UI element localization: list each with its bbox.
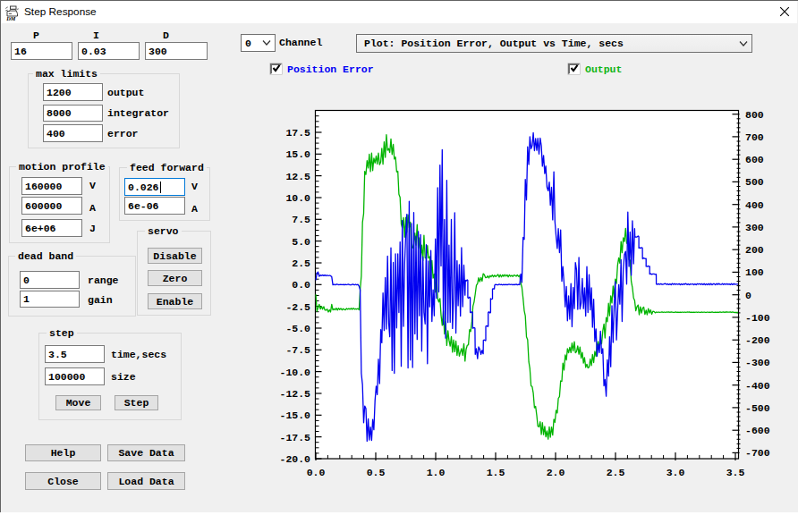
svg-text:-12.5: -12.5: [279, 388, 310, 400]
svg-text:15.0: 15.0: [285, 148, 310, 160]
svg-text:2.5: 2.5: [292, 258, 310, 269]
svg-text:-700: -700: [745, 447, 770, 459]
svg-text:-15.0: -15.0: [279, 410, 310, 421]
svg-text:-500: -500: [745, 402, 770, 414]
svg-text:-20.0: -20.0: [279, 453, 310, 465]
svg-text:10.0: 10.0: [285, 192, 310, 204]
svg-text:-300: -300: [745, 357, 770, 368]
svg-text:-400: -400: [745, 380, 770, 392]
svg-text:-2.5: -2.5: [285, 301, 310, 313]
svg-text:0: 0: [745, 290, 751, 301]
svg-text:2.0: 2.0: [547, 467, 565, 478]
svg-text:600: 600: [745, 154, 764, 165]
svg-text:400: 400: [745, 199, 764, 211]
svg-text:-10.0: -10.0: [279, 367, 310, 378]
svg-text:3.5: 3.5: [726, 467, 745, 478]
svg-text:0.0: 0.0: [307, 467, 326, 478]
svg-text:12.5: 12.5: [285, 171, 310, 182]
svg-text:800: 800: [745, 109, 764, 121]
svg-text:200: 200: [745, 244, 764, 256]
svg-text:-100: -100: [745, 312, 770, 324]
svg-text:1.0: 1.0: [427, 467, 446, 478]
svg-text:7.5: 7.5: [292, 214, 310, 225]
svg-text:0.0: 0.0: [292, 279, 310, 291]
svg-text:2.5: 2.5: [607, 467, 625, 478]
svg-text:5.0: 5.0: [292, 236, 310, 248]
svg-text:700: 700: [745, 131, 764, 143]
svg-text:1.5: 1.5: [487, 467, 505, 478]
svg-text:-7.5: -7.5: [285, 344, 310, 356]
svg-text:3.0: 3.0: [666, 467, 685, 478]
svg-text:17.5: 17.5: [285, 127, 310, 139]
svg-text:-5.0: -5.0: [285, 323, 310, 334]
svg-text:0.5: 0.5: [367, 467, 386, 478]
svg-text:-200: -200: [745, 334, 770, 346]
svg-text:300: 300: [745, 222, 764, 233]
svg-text:-17.5: -17.5: [279, 432, 310, 443]
svg-text:100: 100: [745, 266, 764, 278]
svg-text:-600: -600: [745, 425, 770, 436]
svg-text:500: 500: [745, 176, 764, 188]
